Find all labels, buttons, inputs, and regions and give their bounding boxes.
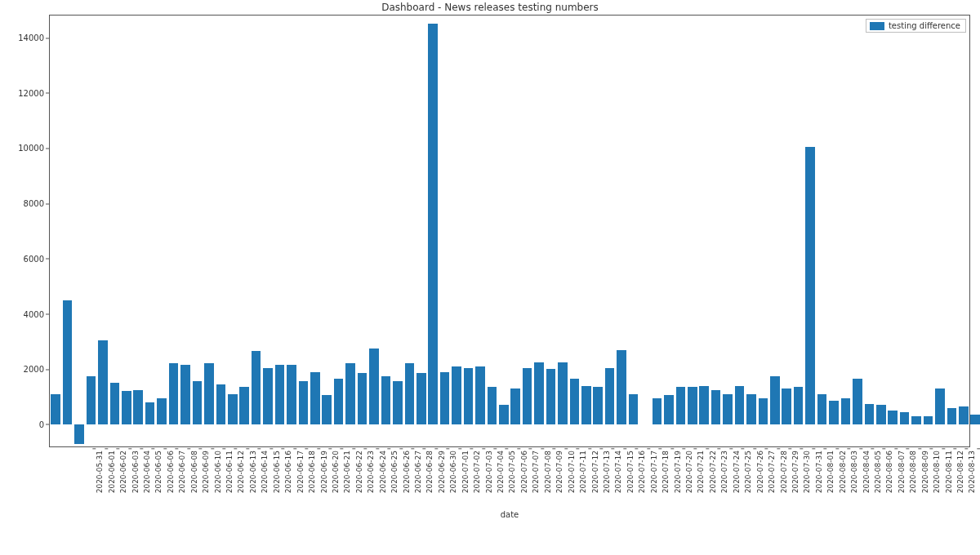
y-tick: 0 — [3, 420, 44, 428]
x-tick: 2020-06-26 — [403, 451, 411, 493]
x-tick: 2020-06-21 — [344, 451, 352, 493]
x-tick: 2020-06-03 — [131, 451, 140, 493]
bar — [947, 408, 957, 424]
bar — [900, 412, 910, 424]
x-tick: 2020-07-24 — [733, 451, 741, 493]
bar — [865, 404, 875, 424]
bar — [629, 394, 639, 424]
x-tick: 2020-07-20 — [685, 451, 693, 493]
x-tick: 2020-07-08 — [544, 451, 552, 493]
bar — [334, 379, 344, 424]
x-tick: 2020-07-15 — [626, 451, 635, 493]
bar — [110, 383, 120, 424]
bar — [534, 362, 544, 424]
x-tick: 2020-07-23 — [721, 451, 729, 493]
bar — [876, 405, 886, 424]
x-tick: 2020-06-23 — [368, 451, 376, 493]
x-tick: 2020-07-28 — [780, 451, 788, 493]
x-tick: 2020-08-03 — [850, 451, 858, 493]
x-tick: 2020-06-18 — [308, 451, 316, 493]
bar — [581, 386, 591, 424]
chart-title: Dashboard - News releases testing number… — [0, 2, 980, 13]
x-tick: 2020-06-15 — [273, 451, 281, 493]
x-tick: 2020-07-02 — [473, 451, 481, 493]
x-tick: 2020-07-06 — [520, 451, 528, 493]
bar — [239, 387, 249, 424]
bar — [888, 411, 898, 424]
bar — [605, 368, 615, 424]
bar — [252, 351, 261, 424]
bar — [794, 387, 804, 424]
x-tick: 2020-07-03 — [485, 451, 493, 493]
plot-area: testing difference — [49, 15, 970, 447]
bar — [464, 368, 474, 424]
x-tick: 2020-07-29 — [791, 451, 800, 493]
bars-layer — [50, 16, 969, 446]
bar — [428, 24, 438, 424]
bar — [299, 381, 309, 424]
bar — [499, 405, 509, 424]
x-tick: 2020-06-13 — [249, 451, 257, 493]
bar — [510, 388, 520, 424]
x-tick: 2020-08-09 — [921, 451, 929, 493]
bar — [157, 398, 167, 424]
x-axis-ticks: 2020-05-312020-06-012020-06-022020-06-03… — [49, 447, 970, 537]
x-tick: 2020-07-09 — [556, 451, 564, 493]
x-tick: 2020-06-16 — [285, 451, 293, 493]
bar — [570, 379, 580, 424]
x-tick: 2020-07-26 — [756, 451, 764, 493]
x-tick: 2020-06-17 — [296, 451, 305, 493]
x-tick: 2020-06-27 — [414, 451, 422, 493]
x-tick: 2020-05-31 — [96, 451, 105, 493]
bar — [488, 387, 497, 424]
x-tick: 2020-07-30 — [804, 451, 812, 493]
bar — [959, 406, 969, 424]
bar — [87, 376, 96, 424]
legend: testing difference — [866, 19, 966, 33]
x-tick: 2020-08-02 — [839, 451, 847, 493]
bar — [935, 388, 945, 424]
y-tick: 2000 — [3, 365, 44, 374]
x-tick: 2020-07-12 — [591, 451, 599, 493]
x-tick: 2020-06-11 — [225, 451, 234, 493]
bar — [759, 398, 768, 424]
y-tick: 14000 — [3, 33, 44, 42]
bar — [180, 365, 190, 424]
bar — [358, 373, 368, 424]
bar — [263, 368, 273, 424]
x-tick: 2020-06-04 — [143, 451, 151, 493]
x-tick: 2020-06-09 — [202, 451, 210, 493]
bar — [911, 416, 921, 424]
bar — [452, 366, 461, 424]
x-tick: 2020-07-10 — [568, 451, 576, 493]
x-tick: 2020-07-04 — [497, 451, 505, 493]
bar — [746, 394, 756, 424]
x-axis-label: date — [49, 510, 970, 519]
x-tick: 2020-06-08 — [190, 451, 198, 493]
x-tick: 2020-08-05 — [874, 451, 882, 493]
x-tick: 2020-07-18 — [662, 451, 670, 493]
x-tick: 2020-06-19 — [320, 451, 328, 493]
bar — [770, 376, 780, 424]
x-tick: 2020-08-04 — [862, 451, 871, 493]
bar — [924, 416, 933, 424]
bar — [405, 363, 415, 424]
x-tick: 2020-06-29 — [438, 451, 446, 493]
x-tick: 2020-06-28 — [426, 451, 434, 493]
bar — [782, 388, 791, 424]
x-tick: 2020-08-07 — [898, 451, 906, 493]
bar — [204, 363, 214, 424]
y-tick: 4000 — [3, 309, 44, 318]
x-tick: 2020-08-06 — [886, 451, 894, 493]
x-tick: 2020-07-25 — [745, 451, 753, 493]
x-tick: 2020-07-01 — [461, 451, 470, 493]
x-tick: 2020-06-12 — [238, 451, 246, 493]
y-tick: 12000 — [3, 88, 44, 97]
bar — [228, 394, 238, 424]
bar — [122, 391, 131, 424]
bar — [688, 387, 697, 424]
x-tick: 2020-06-07 — [179, 451, 187, 493]
bar — [322, 395, 332, 424]
x-tick: 2020-06-24 — [379, 451, 387, 493]
bar — [723, 394, 733, 424]
